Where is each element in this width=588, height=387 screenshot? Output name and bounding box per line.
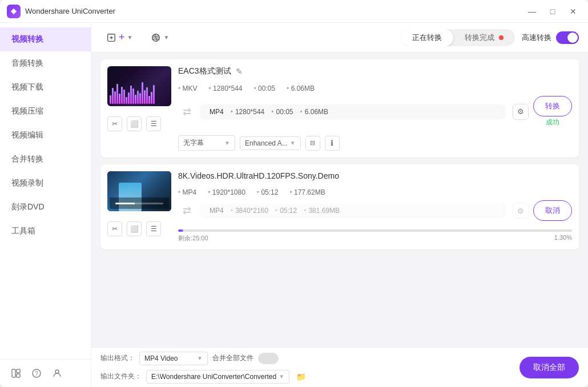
format-label: 输出格式： xyxy=(100,353,135,363)
svg-point-0 xyxy=(12,10,15,13)
subtitle-select-1[interactable]: 无字幕 ▼ xyxy=(178,135,235,151)
progress-bar-fill xyxy=(178,229,183,232)
svg-rect-3 xyxy=(17,374,20,377)
settings-btn-1[interactable]: ⚙ xyxy=(513,104,529,120)
output-field: 输出文件夹： E:\Wondershare UniConverter\Conve… xyxy=(100,370,510,384)
sidebar: 视频转换 音频转换 视频下载 视频压缩 视频编辑 合并转换 视频录制 刻录DVD… xyxy=(0,23,91,387)
edit-icon-1[interactable]: ✎ xyxy=(236,67,243,76)
info-btn-1[interactable]: ℹ xyxy=(325,136,340,151)
bottom-bar: 输出格式： MP4 Video ▼ 合并全部文件 输出文件夹： E:\Wonde… xyxy=(91,347,588,387)
status-converting[interactable]: 正在转换 xyxy=(401,29,453,46)
sidebar-item-audio-convert[interactable]: 音频转换 xyxy=(0,51,91,75)
sidebar-item-video-record[interactable]: 视频录制 xyxy=(0,171,91,195)
high-speed-toggle[interactable] xyxy=(556,31,579,44)
status-toggle: 正在转换 转换完成 xyxy=(401,29,515,46)
thumb-controls-1: ✂ ⬜ ☰ xyxy=(107,113,171,131)
subtitle-row-1: 无字幕 ▼ Enhanced A... ▼ ⊟ ℹ xyxy=(178,135,572,151)
file-card-1: ✂ ⬜ ☰ EAC3格式测试 ✎ MKV xyxy=(100,59,579,158)
format-select[interactable]: MP4 Video ▼ xyxy=(139,352,208,365)
file-name-1: EAC3格式测试 xyxy=(178,66,231,76)
output-info-1: MP4 1280*544 00:05 6.06MB xyxy=(200,104,506,119)
sidebar-item-merge[interactable]: 合并转换 xyxy=(0,147,91,171)
output-convert-row-1: ⇄ MP4 1280*544 00:05 6.06MB ⚙ 转换 xyxy=(178,96,572,127)
scissors-btn-2[interactable]: ✂ xyxy=(107,221,122,236)
enhanced-select-1[interactable]: Enhanced A... ▼ xyxy=(240,136,301,150)
thumbnail-1 xyxy=(107,66,171,106)
content-area: + ▼ ▼ 正在转换 转换完成 高速转换 xyxy=(91,23,588,387)
file-list: ✂ ⬜ ☰ EAC3格式测试 ✎ MKV xyxy=(91,53,588,347)
convert-button-1[interactable]: 转换 xyxy=(533,96,572,116)
merge-toggle[interactable] xyxy=(258,353,279,364)
status-dot xyxy=(499,35,504,40)
crop-btn-2[interactable]: ⬜ xyxy=(127,221,142,236)
svg-text:?: ? xyxy=(35,370,38,377)
file-name-row-1: EAC3格式测试 ✎ xyxy=(178,66,572,76)
speed-area: 高速转换 xyxy=(522,31,579,44)
app-title: Wondershare UniConverter xyxy=(25,7,524,15)
subtitle-arrow-1: ▼ xyxy=(224,140,230,146)
swap-icon-2[interactable]: ⇄ xyxy=(178,200,196,221)
folder-icon[interactable]: 📁 xyxy=(296,372,306,381)
swap-icon-1[interactable]: ⇄ xyxy=(178,101,196,123)
add-file-arrow: ▼ xyxy=(127,34,133,41)
sidebar-nav: 视频转换 音频转换 视频下载 视频压缩 视频编辑 合并转换 视频录制 刻录DVD… xyxy=(0,23,91,359)
cancel-all-button[interactable]: 取消全部 xyxy=(519,357,579,378)
close-button[interactable]: ✕ xyxy=(565,3,581,19)
toolbar: + ▼ ▼ 正在转换 转换完成 高速转换 xyxy=(91,23,588,53)
file-name-2: 8K.Videos.HDR.UltraHD.120FPS.Sony.Demo xyxy=(178,171,339,180)
svg-point-6 xyxy=(55,370,59,373)
bottom-fields: 输出格式： MP4 Video ▼ 合并全部文件 输出文件夹： E:\Wonde… xyxy=(100,352,510,384)
settings-btn-2[interactable]: ⚙ xyxy=(513,203,529,219)
thumbnail-2 xyxy=(107,171,171,211)
add-file-label: + xyxy=(119,31,125,43)
format-select-arrow: ▼ xyxy=(197,355,203,361)
subtitle-icon-btn-1[interactable]: ⊟ xyxy=(305,136,320,151)
file-card-2: ✂ ⬜ ☰ 8K.Videos.HDR.UltraHD.120FPS.Sony.… xyxy=(100,164,579,249)
file-name-row-2: 8K.Videos.HDR.UltraHD.120FPS.Sony.Demo xyxy=(178,171,572,180)
sidebar-item-video-download[interactable]: 视频下载 xyxy=(0,75,91,99)
user-icon[interactable] xyxy=(50,366,64,380)
high-speed-label: 高速转换 xyxy=(522,33,551,43)
maximize-button[interactable]: □ xyxy=(545,3,561,19)
layout-icon[interactable] xyxy=(9,366,23,380)
path-select-arrow: ▼ xyxy=(279,373,284,380)
scissors-btn-1[interactable]: ✂ xyxy=(107,116,122,131)
add-url-arrow: ▼ xyxy=(163,34,169,41)
menu-btn-1[interactable]: ☰ xyxy=(146,116,161,131)
status-done[interactable]: 转换完成 xyxy=(453,29,515,46)
window-controls: — □ ✕ xyxy=(524,3,581,19)
merge-label: 合并全部文件 xyxy=(212,353,253,363)
success-label-1: 成功 xyxy=(546,118,559,127)
output-path-select[interactable]: E:\Wondershare UniConverter\Converted ▼ xyxy=(146,370,289,384)
file-meta-1: MKV 1280*544 00:05 6.06MB xyxy=(178,84,572,92)
progress-remaining: 剩余:25:00 xyxy=(178,234,208,243)
progress-area-2: 剩余:25:00 1.30% xyxy=(178,229,572,243)
title-bar: Wondershare UniConverter — □ ✕ xyxy=(0,0,588,23)
add-url-button[interactable]: ▼ xyxy=(145,29,175,46)
format-field: 输出格式： MP4 Video ▼ 合并全部文件 xyxy=(100,352,510,365)
sidebar-item-video-compress[interactable]: 视频压缩 xyxy=(0,99,91,123)
progress-bar-bg xyxy=(178,229,572,232)
minimize-button[interactable]: — xyxy=(524,3,540,19)
thumb-controls-2: ✂ ⬜ ☰ xyxy=(107,218,171,236)
enhanced-arrow-1: ▼ xyxy=(290,140,296,146)
sidebar-item-video-convert[interactable]: 视频转换 xyxy=(0,27,91,51)
sidebar-item-video-edit[interactable]: 视频编辑 xyxy=(0,123,91,147)
cancel-button-2[interactable]: 取消 xyxy=(533,200,572,221)
progress-info: 剩余:25:00 1.30% xyxy=(178,234,572,243)
add-file-button[interactable]: + ▼ xyxy=(100,28,138,47)
help-icon[interactable]: ? xyxy=(30,366,43,380)
file-meta-2: MP4 1920*1080 05:12 177.62MB xyxy=(178,188,572,196)
svg-rect-1 xyxy=(12,369,15,377)
sidebar-footer: ? xyxy=(0,359,91,387)
output-convert-row-2: ⇄ MP4 3840*2160 05:12 381.69MB ⚙ 取消 xyxy=(178,200,572,221)
svg-rect-2 xyxy=(17,369,20,373)
output-info-2: MP4 3840*2160 05:12 381.69MB xyxy=(200,203,506,218)
output-label: 输出文件夹： xyxy=(100,372,142,381)
app-logo xyxy=(7,5,21,18)
sidebar-item-toolbox[interactable]: 工具箱 xyxy=(0,219,91,243)
progress-percent: 1.30% xyxy=(554,234,572,243)
sidebar-item-dvd[interactable]: 刻录DVD xyxy=(0,195,91,219)
menu-btn-2[interactable]: ☰ xyxy=(146,221,161,236)
crop-btn-1[interactable]: ⬜ xyxy=(127,116,142,131)
